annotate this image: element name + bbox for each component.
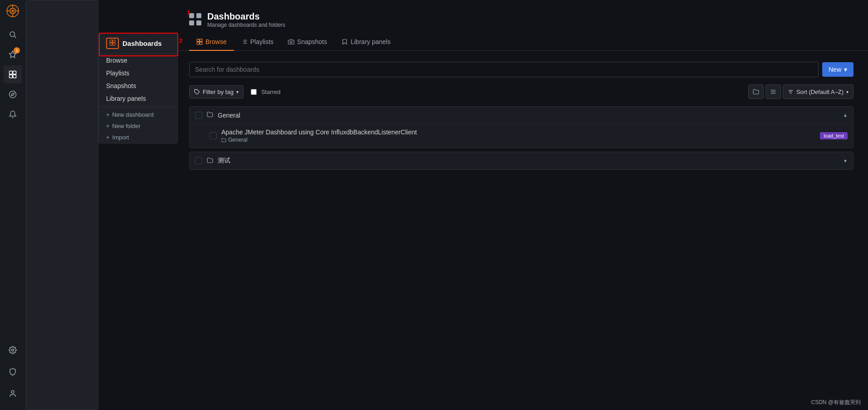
sidebar-dropdown-overlay: Dashboards Browse Playlists Snapshots Li… — [98, 33, 178, 143]
folder-general-title: General — [218, 112, 839, 119]
svg-marker-15 — [11, 93, 14, 96]
folder-test-chevron — [843, 158, 848, 163]
sidebar-item-settings[interactable] — [4, 341, 22, 359]
sort-icon — [788, 89, 794, 95]
search-input[interactable] — [189, 62, 819, 77]
svg-rect-21 — [113, 43, 115, 45]
sidebar-item-dashboards[interactable] — [4, 65, 22, 84]
svg-rect-10 — [10, 71, 13, 74]
tab-snapshots[interactable]: Snapshots — [281, 34, 334, 51]
library-panels-tab-icon — [341, 39, 348, 45]
folder-test-checkbox[interactable] — [195, 157, 202, 164]
dashboards-dropdown-menu — [26, 0, 98, 410]
dashboard-row-apache-jmeter[interactable]: Apache JMeter Dashboard using Core Influ… — [190, 123, 853, 148]
dashboard-apache-jmeter-checkbox[interactable] — [210, 132, 217, 139]
svg-rect-25 — [200, 42, 202, 44]
folder-test-svg — [207, 157, 213, 163]
svg-rect-11 — [13, 71, 16, 74]
playlists-tab-icon — [241, 39, 248, 45]
svg-rect-19 — [113, 40, 115, 42]
page-header: Dashboards Manage dashboards and folders — [98, 0, 868, 28]
folder-icon — [207, 111, 213, 118]
page-title: Dashboards — [207, 11, 285, 22]
svg-point-6 — [12, 10, 14, 12]
svg-rect-12 — [10, 75, 13, 78]
dashboard-apache-jmeter-folder: General — [221, 137, 815, 143]
svg-rect-20 — [110, 43, 112, 45]
svg-point-32 — [290, 41, 293, 43]
folder-general: General Apache JMeter Dashboard using Co… — [189, 106, 853, 148]
folder-view-icon — [753, 89, 759, 95]
list-view-button[interactable] — [766, 84, 781, 99]
tag-icon — [194, 89, 200, 95]
sidebar-item-shield[interactable] — [4, 363, 22, 381]
folder-general-checkbox[interactable] — [195, 112, 202, 119]
svg-line-8 — [14, 36, 16, 38]
sidebar-item-starred[interactable]: 1 — [4, 45, 22, 64]
folder-test-icon — [207, 157, 213, 165]
tab-library-panels-label: Library panels — [351, 38, 390, 45]
filter-by-tag-button[interactable]: Filter by tag ▾ — [189, 85, 244, 99]
tab-playlists[interactable]: Playlists — [234, 34, 281, 51]
tab-playlists-label: Playlists — [250, 38, 273, 45]
svg-point-7 — [10, 32, 15, 37]
dropdown-item-browse[interactable]: Browse — [99, 54, 177, 67]
main-content: Dashboards Browse Playlists Snapshots Li… — [98, 0, 868, 410]
snapshots-tab-icon — [288, 39, 294, 45]
dropdown-new-dashboard[interactable]: + New dashboard — [99, 109, 177, 120]
svg-rect-18 — [110, 40, 112, 42]
sidebar-item-user[interactable] — [4, 385, 22, 403]
sidebar-bottom — [4, 341, 22, 410]
dropdown-import[interactable]: + Import — [99, 132, 177, 143]
svg-rect-13 — [13, 75, 16, 78]
svg-point-16 — [12, 349, 14, 351]
starred-filter[interactable]: Starred — [247, 86, 284, 98]
folder-general-chevron — [843, 113, 848, 118]
tab-browse-label: Browse — [205, 38, 227, 45]
dropdown-item-library-panels[interactable]: Library panels — [99, 92, 177, 105]
search-toolbar: New ▾ — [189, 62, 853, 77]
browse-content: New ▾ Filter by tag ▾ Starred — [98, 51, 868, 410]
svg-rect-22 — [197, 39, 199, 41]
folder-test-header[interactable]: 测试 — [190, 152, 853, 169]
tab-library-panels[interactable]: Library panels — [334, 34, 398, 51]
page-subtitle: Manage dashboards and folders — [207, 22, 285, 28]
svg-point-14 — [10, 91, 16, 98]
view-toggle-buttons: Sort (Default A–Z) ▾ — [748, 84, 853, 99]
folder-test-title: 测试 — [218, 157, 839, 165]
svg-rect-23 — [200, 39, 202, 41]
tab-snapshots-label: Snapshots — [297, 38, 327, 45]
folder-view-button[interactable] — [748, 84, 764, 99]
filter-bar: Filter by tag ▾ Starred — [189, 84, 853, 99]
new-button[interactable]: New ▾ — [822, 62, 853, 77]
page-header-text: Dashboards Manage dashboards and folders — [207, 11, 285, 28]
dashboard-apache-jmeter-title: Apache JMeter Dashboard using Core Influ… — [221, 128, 815, 136]
sidebar-item-alerting[interactable] — [4, 105, 22, 123]
sidebar-item-search[interactable] — [4, 25, 22, 44]
sort-button[interactable]: Sort (Default A–Z) ▾ — [783, 84, 853, 99]
tag-load-test: load_test — [820, 132, 848, 139]
svg-point-17 — [11, 390, 14, 393]
starred-badge: 1 — [14, 47, 20, 54]
tabs-bar: Browse Playlists Snapshots Library panel… — [98, 34, 868, 51]
tab-browse[interactable]: Browse — [189, 34, 234, 51]
list-view-icon — [770, 89, 776, 95]
svg-rect-24 — [197, 42, 199, 44]
sidebar-item-explore[interactable] — [4, 85, 22, 104]
browse-tab-icon — [196, 39, 203, 45]
folder-small-icon — [221, 138, 226, 143]
sidebar: 1 — [0, 0, 26, 410]
dashboards-header-icon — [109, 40, 116, 46]
watermark: CSDN @有被蠢哭到 — [811, 399, 861, 406]
page-header-icon — [189, 13, 202, 26]
dropdown-title: Dashboards — [122, 40, 162, 47]
dropdown-item-playlists[interactable]: Playlists — [99, 67, 177, 79]
dropdown-new-folder[interactable]: + New folder — [99, 120, 177, 132]
folder-general-header[interactable]: General — [190, 107, 853, 123]
dropdown-item-snapshots[interactable]: Snapshots — [99, 79, 177, 92]
starred-checkbox[interactable] — [251, 89, 257, 95]
folder-general-icon — [207, 111, 213, 119]
grafana-logo[interactable] — [5, 4, 20, 18]
folder-test: 测试 — [189, 152, 853, 170]
